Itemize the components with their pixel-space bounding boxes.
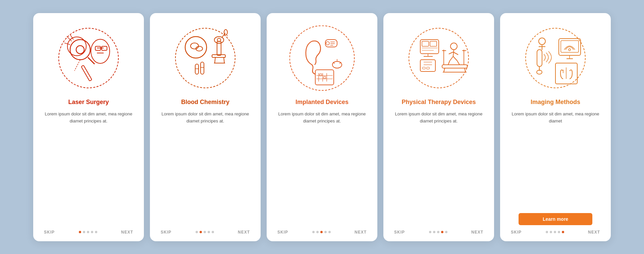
dot-2	[550, 231, 552, 233]
svg-point-62	[450, 43, 457, 50]
card-5-title: Imaging Methods	[531, 98, 580, 106]
dot-1	[312, 231, 315, 233]
card-3-body: Lorem ipsum dolor sit dim amet, mea regi…	[276, 111, 368, 226]
card-3-title: Implanted Devices	[296, 98, 348, 106]
svg-rect-61	[427, 67, 429, 69]
dot-5	[562, 231, 564, 233]
laser-surgery-icon	[52, 21, 125, 95]
dot-4	[208, 231, 210, 233]
card-2-skip[interactable]: SKIP	[161, 230, 171, 235]
dot-1	[196, 231, 198, 233]
svg-rect-28	[201, 62, 204, 74]
card-2-body: Lorem ipsum dolor sit dim amet, mea regi…	[159, 111, 251, 226]
card-implanted-devices: Implanted Devices Lorem ipsum dolor sit …	[267, 13, 377, 241]
dot-5	[445, 231, 447, 233]
card-2-next[interactable]: NEXT	[238, 230, 250, 235]
svg-point-46	[332, 61, 342, 68]
card-3-skip[interactable]: SKIP	[277, 230, 288, 235]
card-imaging-methods: Imaging Methods Lorem ipsum dolor sit di…	[500, 13, 611, 241]
implanted-devices-icon	[285, 21, 359, 95]
card-3-next[interactable]: NEXT	[355, 230, 367, 235]
card-4-dots	[429, 231, 447, 233]
card-physical-therapy: Physical Therapy Devices Lorem ipsum dol…	[383, 13, 494, 241]
svg-rect-50	[420, 40, 439, 54]
card-4-footer: SKIP NEXT	[393, 230, 485, 235]
svg-rect-83	[537, 50, 542, 66]
svg-line-66	[453, 56, 457, 61]
dot-2	[200, 231, 202, 233]
card-blood-chemistry: Blood Chemistry Lorem ipsum dolor sit di…	[150, 13, 261, 241]
card-4-skip[interactable]: SKIP	[394, 230, 405, 235]
svg-line-68	[450, 56, 453, 61]
card-5-body: Lorem ipsum dolor sit dim amet, mea regi…	[509, 111, 601, 210]
dot-2	[316, 231, 319, 233]
learn-more-button[interactable]: Learn more	[519, 213, 592, 225]
imaging-methods-illustration	[519, 21, 592, 95]
svg-line-2	[88, 57, 95, 64]
svg-rect-33	[325, 40, 337, 47]
svg-point-1	[76, 46, 84, 54]
svg-point-34	[326, 42, 329, 45]
svg-line-67	[457, 61, 460, 65]
blood-chemistry-illustration	[168, 21, 242, 95]
card-3-dots	[312, 231, 331, 233]
svg-point-4	[91, 39, 110, 63]
dot-5	[328, 231, 331, 233]
blood-chemistry-icon	[168, 21, 242, 95]
card-1-next[interactable]: NEXT	[121, 230, 133, 235]
svg-line-69	[448, 61, 450, 65]
card-2-dots	[196, 231, 214, 233]
dot-2	[433, 231, 435, 233]
dot-3	[437, 231, 439, 233]
svg-point-80	[569, 49, 571, 51]
svg-point-31	[224, 30, 227, 35]
dot-3	[87, 231, 89, 233]
dot-5	[95, 231, 97, 233]
imaging-methods-icon	[519, 21, 592, 95]
svg-rect-38	[315, 70, 334, 85]
svg-point-20	[214, 37, 224, 43]
card-5-footer: Learn more SKIP NEXT	[509, 213, 601, 235]
card-5-nav: SKIP NEXT	[509, 230, 601, 235]
dot-5	[212, 231, 214, 233]
laser-surgery-illustration	[52, 21, 125, 95]
dot-1	[546, 231, 548, 233]
dot-2	[83, 231, 85, 233]
svg-line-13	[64, 43, 70, 45]
svg-rect-26	[195, 64, 199, 74]
card-4-title: Physical Therapy Devices	[401, 98, 476, 106]
card-1-nav: SKIP NEXT	[43, 230, 135, 235]
card-2-title: Blood Chemistry	[181, 98, 229, 106]
card-4-body: Lorem ipsum dolor sit dim amet, mea regi…	[393, 111, 485, 226]
svg-rect-10	[81, 65, 92, 81]
card-5-dots	[546, 231, 564, 233]
card-1-title: Laser Surgery	[68, 98, 109, 106]
svg-line-24	[224, 57, 224, 63]
dot-4	[91, 231, 93, 233]
svg-line-11	[74, 60, 80, 71]
dot-3	[204, 231, 206, 233]
card-3-footer: SKIP NEXT	[276, 230, 368, 235]
dot-3	[554, 231, 556, 233]
svg-point-15	[185, 37, 207, 58]
dot-1	[79, 231, 81, 233]
dot-4	[558, 231, 560, 233]
svg-line-65	[449, 52, 453, 54]
card-2-footer: SKIP NEXT	[159, 230, 251, 235]
card-5-next[interactable]: NEXT	[588, 230, 600, 235]
card-1-skip[interactable]: SKIP	[44, 230, 55, 235]
card-4-next[interactable]: NEXT	[471, 230, 483, 235]
dot-3	[320, 231, 323, 233]
card-1-dots	[79, 231, 97, 233]
cards-container: Laser Surgery Lorem ipsum dolor sit dim …	[26, 6, 618, 248]
card-1-body: Lorem ipsum dolor sit dim amet, mea regi…	[43, 111, 135, 226]
svg-rect-70	[442, 65, 467, 68]
svg-line-23	[215, 57, 215, 63]
svg-rect-60	[423, 67, 425, 69]
svg-point-16	[191, 43, 199, 49]
card-4-nav: SKIP NEXT	[393, 230, 485, 235]
card-2-nav: SKIP NEXT	[159, 230, 251, 235]
card-5-skip[interactable]: SKIP	[511, 230, 522, 235]
svg-line-64	[453, 52, 458, 55]
svg-rect-51	[422, 41, 429, 46]
